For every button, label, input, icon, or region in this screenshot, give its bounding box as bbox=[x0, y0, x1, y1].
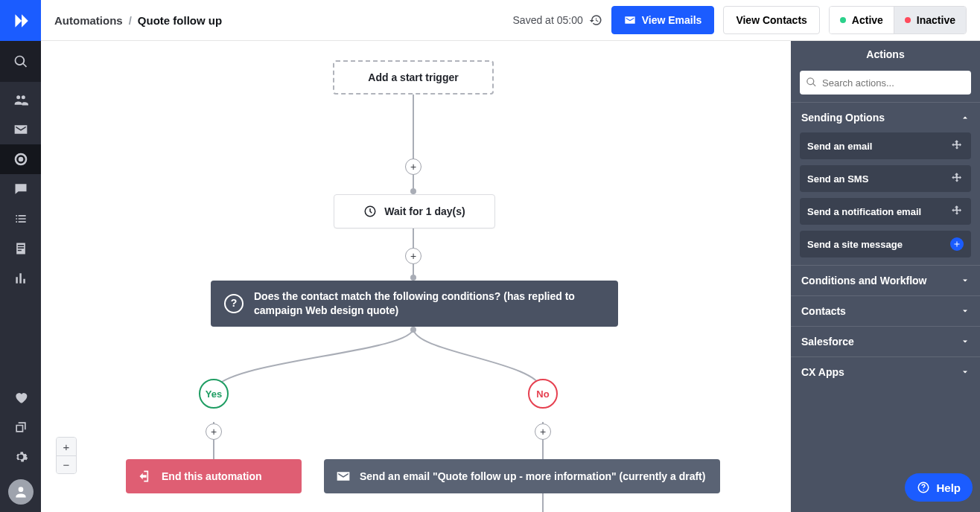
brand-logo[interactable] bbox=[0, 0, 41, 41]
add-step-button[interactable]: + bbox=[405, 159, 421, 175]
mail-icon bbox=[336, 469, 351, 484]
section-conditions-header[interactable]: Conditions and Workflow bbox=[791, 266, 980, 295]
mail-icon bbox=[624, 14, 636, 26]
plus-circle-icon bbox=[950, 237, 964, 251]
send-email-node[interactable]: Send an email "Quote follow up - more in… bbox=[324, 459, 720, 493]
wait-node[interactable]: Wait for 1 day(s) bbox=[334, 194, 495, 228]
nav-conversations[interactable] bbox=[0, 174, 41, 204]
zoom-out-button[interactable]: − bbox=[57, 455, 76, 473]
header-bar: Automations / Quote follow up Saved at 0… bbox=[41, 0, 980, 41]
move-icon bbox=[950, 172, 964, 185]
actions-panel: Actions Sending Options Send an email bbox=[791, 41, 980, 512]
heart-icon bbox=[13, 390, 28, 405]
chevron-down-icon bbox=[961, 368, 970, 377]
condition-node[interactable]: ? Does the contact match the following c… bbox=[211, 281, 618, 327]
nav-copy[interactable] bbox=[0, 412, 41, 442]
panel-title: Actions bbox=[791, 41, 980, 68]
breadcrumb: Automations / Quote follow up bbox=[54, 14, 222, 27]
status-inactive-button[interactable]: Inactive bbox=[894, 7, 966, 33]
left-nav bbox=[0, 0, 41, 512]
action-send-email[interactable]: Send an email bbox=[800, 132, 971, 159]
nav-automations[interactable] bbox=[0, 144, 41, 174]
list-icon bbox=[13, 211, 28, 226]
saved-indicator: Saved at 05:00 bbox=[513, 13, 602, 27]
chevrons-right-icon bbox=[11, 11, 31, 31]
search-icon bbox=[13, 54, 28, 69]
user-icon bbox=[13, 484, 28, 499]
nav-search[interactable] bbox=[0, 41, 41, 82]
nav-lists[interactable] bbox=[0, 204, 41, 234]
user-avatar[interactable] bbox=[8, 479, 34, 505]
chevron-down-icon bbox=[961, 307, 970, 316]
chevron-up-icon bbox=[961, 113, 970, 122]
question-icon: ? bbox=[224, 294, 244, 313]
mail-icon bbox=[13, 122, 28, 137]
help-circle-icon bbox=[917, 481, 930, 494]
section-cx-header[interactable]: CX Apps bbox=[791, 357, 980, 387]
action-send-sms[interactable]: Send an SMS bbox=[800, 165, 971, 192]
search-icon bbox=[806, 77, 817, 88]
zoom-in-button[interactable]: + bbox=[57, 438, 76, 455]
flow-connectors bbox=[41, 41, 791, 512]
exit-icon bbox=[138, 469, 153, 484]
section-conditions: Conditions and Workflow bbox=[791, 265, 980, 295]
nav-favorites[interactable] bbox=[0, 383, 41, 412]
end-automation-node[interactable]: End this automation bbox=[126, 459, 302, 493]
nav-campaigns[interactable] bbox=[0, 115, 41, 144]
add-step-button[interactable]: + bbox=[535, 423, 551, 440]
history-icon[interactable] bbox=[589, 13, 602, 27]
breadcrumb-current: Quote follow up bbox=[138, 14, 222, 27]
nav-forms[interactable] bbox=[0, 234, 41, 263]
svg-point-10 bbox=[923, 490, 925, 491]
bar-chart-icon bbox=[13, 271, 28, 286]
nav-contacts[interactable] bbox=[0, 85, 41, 115]
start-trigger-node[interactable]: Add a start trigger bbox=[333, 60, 494, 95]
help-button[interactable]: Help bbox=[905, 473, 973, 502]
chevron-down-icon bbox=[961, 276, 970, 285]
gear-icon bbox=[13, 449, 28, 464]
section-sending-header[interactable]: Sending Options bbox=[791, 103, 980, 132]
section-cx-apps: CX Apps bbox=[791, 356, 980, 387]
svg-point-3 bbox=[411, 275, 416, 280]
automation-canvas[interactable]: Add a start trigger + Wait for 1 day(s) … bbox=[41, 41, 791, 512]
branch-yes[interactable]: Yes bbox=[199, 379, 229, 409]
actions-search-input[interactable] bbox=[800, 71, 971, 95]
form-icon bbox=[13, 241, 28, 256]
chat-icon bbox=[13, 182, 28, 196]
clock-icon bbox=[363, 205, 377, 218]
copy-icon bbox=[13, 420, 28, 435]
add-step-button[interactable]: + bbox=[206, 423, 222, 440]
status-active-button[interactable]: Active bbox=[830, 7, 894, 33]
status-toggle: Active Inactive bbox=[829, 6, 967, 34]
branch-no[interactable]: No bbox=[528, 379, 558, 409]
action-send-site-message[interactable]: Send a site message bbox=[800, 231, 971, 257]
move-icon bbox=[950, 205, 964, 218]
move-icon bbox=[950, 139, 964, 153]
action-send-notification[interactable]: Send a notification email bbox=[800, 198, 971, 225]
zoom-controls: + − bbox=[56, 437, 77, 474]
nav-settings[interactable] bbox=[0, 442, 41, 472]
svg-point-1 bbox=[411, 189, 416, 193]
section-contacts: Contacts bbox=[791, 295, 980, 326]
chevron-down-icon bbox=[961, 337, 970, 346]
target-icon bbox=[13, 152, 28, 167]
breadcrumb-root[interactable]: Automations bbox=[54, 14, 123, 27]
section-contacts-header[interactable]: Contacts bbox=[791, 296, 980, 326]
view-emails-button[interactable]: View Emails bbox=[611, 6, 715, 34]
section-sending-options: Sending Options Send an email Send an SM… bbox=[791, 102, 980, 265]
section-salesforce: Salesforce bbox=[791, 326, 980, 356]
actions-search bbox=[800, 71, 971, 95]
section-salesforce-header[interactable]: Salesforce bbox=[791, 327, 980, 356]
nav-reports[interactable] bbox=[0, 263, 41, 293]
people-icon bbox=[13, 92, 28, 107]
add-step-button[interactable]: + bbox=[405, 248, 421, 264]
view-contacts-button[interactable]: View Contacts bbox=[723, 6, 819, 34]
